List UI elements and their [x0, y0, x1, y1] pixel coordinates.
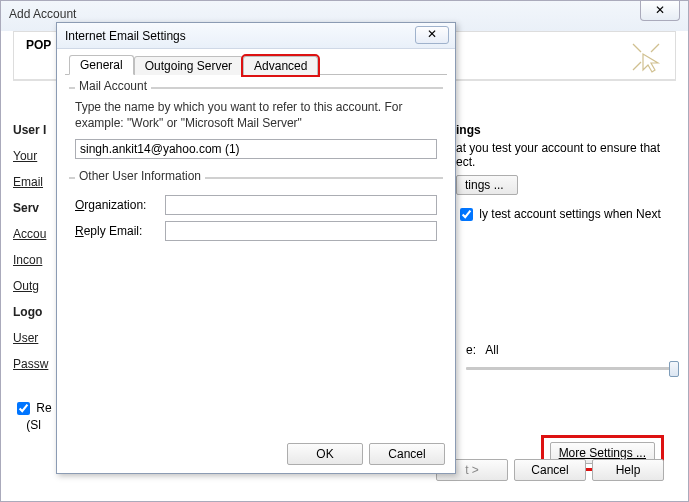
right-panel: ings at you test your account to ensure …	[456, 123, 676, 224]
organization-input[interactable]	[165, 195, 437, 215]
slider-thumb[interactable]	[669, 361, 679, 377]
svg-line-0	[633, 44, 641, 52]
remember-label-s: (Sl	[26, 418, 41, 432]
auto-test-row: ly test account settings when Next	[456, 205, 676, 224]
dialog-footer: OK Cancel	[57, 443, 455, 465]
dialog-body: General Outgoing Server Advanced Mail Ac…	[65, 53, 447, 433]
mail-offline-slider-area: e: All	[466, 343, 676, 370]
cancel-button[interactable]: Cancel	[514, 459, 586, 481]
auto-test-checkbox[interactable]	[460, 208, 473, 221]
slider-value: All	[485, 343, 498, 357]
svg-line-2	[633, 62, 641, 70]
incon-label: Incon	[13, 253, 42, 267]
ok-button[interactable]: OK	[287, 443, 363, 465]
other-user-info-legend: Other User Information	[75, 169, 205, 183]
dialog-cancel-button[interactable]: Cancel	[369, 443, 445, 465]
organization-label: Organization:	[75, 198, 157, 212]
dialog-title: Internet Email Settings	[57, 23, 455, 49]
accou-label: Accou	[13, 227, 46, 241]
right-title: ings	[456, 123, 676, 137]
reply-email-label: Reply Email:	[75, 224, 157, 238]
left-truncated-labels: User I Your Email Serv Accou Incon Outg …	[13, 123, 61, 383]
email-label: Email	[13, 175, 43, 189]
cursor-icon	[629, 40, 663, 74]
svg-line-1	[651, 44, 659, 52]
help-button[interactable]: Help	[592, 459, 664, 481]
right-desc1: at you test your account to ensure that	[456, 141, 676, 155]
close-button[interactable]: ✕	[640, 1, 680, 21]
close-icon: ✕	[427, 27, 437, 41]
tabs-bar: General Outgoing Server Advanced	[65, 53, 447, 75]
your-label: Your	[13, 149, 37, 163]
internet-email-settings-dialog: Internet Email Settings ✕ General Outgoi…	[56, 22, 456, 474]
mail-account-desc: Type the name by which you want to refer…	[75, 99, 437, 131]
tab-general[interactable]: General	[69, 55, 134, 75]
test-settings-button[interactable]: tings ...	[456, 175, 518, 195]
dialog-close-button[interactable]: ✕	[415, 26, 449, 44]
outg-label: Outg	[13, 279, 39, 293]
account-name-input[interactable]	[75, 139, 437, 159]
slider-track[interactable]	[466, 367, 676, 370]
remember-checkbox[interactable]	[17, 402, 30, 415]
tab-advanced[interactable]: Advanced	[243, 56, 318, 75]
passw-label: Passw	[13, 357, 48, 371]
close-icon: ✕	[655, 3, 665, 17]
serv-section-label: Serv	[13, 201, 61, 215]
slider-label-prefix: e:	[466, 343, 476, 357]
mail-account-legend: Mail Account	[75, 79, 151, 93]
reply-email-input[interactable]	[165, 221, 437, 241]
tab-outgoing-server[interactable]: Outgoing Server	[134, 56, 243, 75]
remember-label-r: Re	[36, 401, 51, 415]
user-label: User	[13, 331, 38, 345]
remember-check-area: Re (Sl	[13, 399, 52, 432]
other-user-info-group: Other User Information Organization: Rep…	[69, 177, 443, 241]
user-section-label: User I	[13, 123, 61, 137]
outer-footer-buttons: t > Cancel Help	[436, 459, 664, 481]
auto-test-label: ly test account settings when Next	[479, 207, 660, 221]
logo-section-label: Logo	[13, 305, 61, 319]
mail-account-group: Mail Account Type the name by which you …	[69, 87, 443, 159]
right-desc2: ect.	[456, 155, 676, 169]
